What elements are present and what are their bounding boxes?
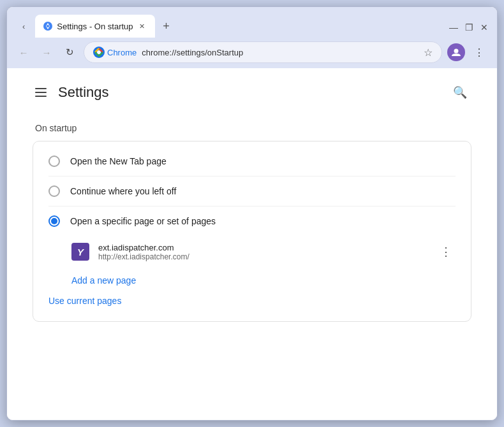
header-icons: ⋮ [447, 42, 489, 62]
radio-continue[interactable] [48, 185, 60, 197]
new-tab-button[interactable]: + [158, 17, 175, 35]
more-options-button[interactable]: ⋮ [469, 42, 489, 62]
svg-point-3 [97, 50, 101, 54]
maximize-button[interactable]: ❐ [464, 22, 474, 33]
svg-point-4 [454, 49, 459, 54]
use-current-pages-row: Use current pages [33, 288, 471, 316]
title-bar: ‹ Settings - On startup ✕ + — ❐ [7, 7, 497, 38]
url-text: chrome://settings/onStartup [142, 48, 243, 57]
dots-icon: ⋮ [440, 245, 452, 259]
page-name: ext.iadispatcher.com [98, 243, 427, 252]
radio-new-tab[interactable] [48, 156, 60, 167]
minimize-button[interactable]: — [448, 22, 459, 33]
option-continue[interactable]: Continue where you left off [33, 177, 471, 206]
tab-back-arrow[interactable]: ‹ [15, 15, 33, 38]
page-url: http://ext.iadispatcher.com/ [98, 252, 427, 261]
reload-button[interactable]: ↻ [61, 43, 78, 61]
settings-search-button[interactable]: 🔍 [448, 81, 471, 104]
hamburger-menu-button[interactable] [33, 85, 49, 99]
back-button[interactable]: ← [15, 43, 33, 61]
on-startup-section: On startup Open the New Tab page Continu… [33, 123, 471, 322]
tab-close-button[interactable]: ✕ [137, 21, 147, 31]
close-button[interactable]: ✕ [479, 22, 489, 33]
settings-title-row: Settings [33, 84, 109, 101]
add-new-page-row: Add a new page [33, 268, 471, 288]
active-tab[interactable]: Settings - On startup ✕ [35, 15, 154, 38]
startup-options-card: Open the New Tab page Continue where you… [33, 141, 471, 322]
option-continue-label: Continue where you left off [70, 186, 176, 196]
page-info: ext.iadispatcher.com http://ext.iadispat… [98, 243, 427, 261]
option-specific-page[interactable]: Open a specific page or set of pages [33, 206, 471, 236]
page-menu-button[interactable]: ⋮ [436, 242, 456, 261]
option-new-tab[interactable]: Open the New Tab page [33, 147, 471, 176]
bookmark-icon[interactable]: ☆ [424, 47, 433, 59]
settings-panel: Settings 🔍 On startup Open the New Tab p… [7, 68, 497, 420]
forward-button[interactable]: → [38, 43, 56, 61]
browser-window: ‹ Settings - On startup ✕ + — ❐ [6, 6, 498, 421]
chrome-icon [93, 47, 105, 58]
tab-label: Settings - On startup [57, 22, 133, 31]
main-content: Settings 🔍 On startup Open the New Tab p… [7, 68, 497, 420]
settings-page-title: Settings [58, 84, 109, 101]
profile-avatar[interactable] [447, 43, 465, 61]
chrome-brand: Chrome [93, 47, 137, 58]
option-specific-page-label: Open a specific page or set of pages [70, 216, 216, 226]
search-icon: 🔍 [453, 85, 467, 99]
page-favicon-icon: Y [71, 243, 89, 261]
url-bar[interactable]: Chrome chrome://settings/onStartup ☆ [84, 41, 442, 63]
svg-point-1 [47, 25, 49, 27]
add-new-page-link[interactable]: Add a new page [33, 268, 151, 288]
address-bar: ← → ↻ Chrome chrome://se [7, 38, 497, 68]
settings-header: Settings 🔍 [33, 81, 471, 104]
use-current-pages-link[interactable]: Use current pages [33, 288, 137, 316]
tab-favicon [43, 21, 53, 31]
page-entry: Y ext.iadispatcher.com http://ext.iadisp… [33, 236, 471, 268]
option-new-tab-label: Open the New Tab page [70, 156, 167, 166]
radio-specific-page[interactable] [48, 215, 60, 227]
on-startup-label: On startup [33, 123, 471, 133]
window-controls: — ❐ ✕ [448, 22, 489, 33]
